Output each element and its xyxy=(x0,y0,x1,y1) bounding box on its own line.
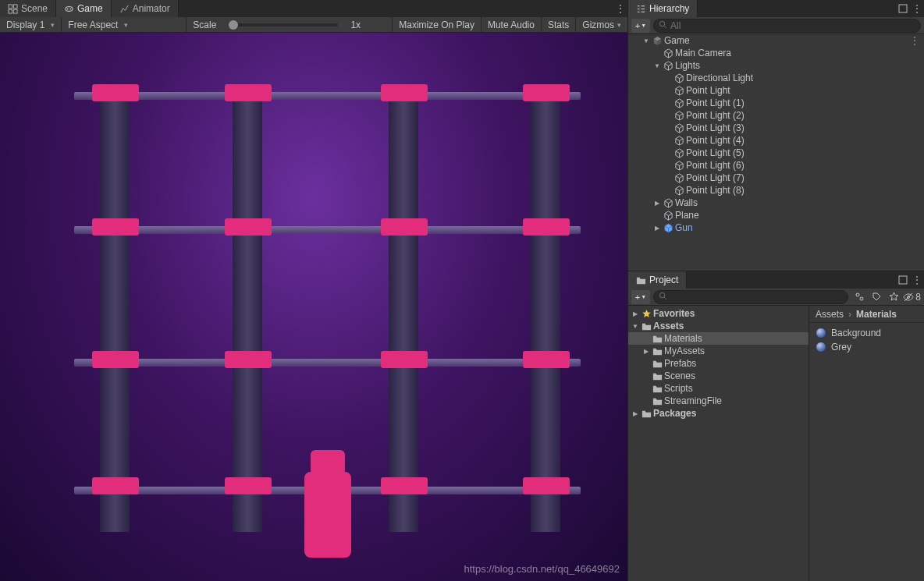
tree-row[interactable]: Point Light (4) xyxy=(628,134,924,147)
tree-row[interactable]: Game⋮ xyxy=(628,34,924,47)
tree-row[interactable]: Point Light (5) xyxy=(628,147,924,159)
hierarchy-tree[interactable]: Game⋮Main CameraLightsDirectional LightP… xyxy=(628,34,924,271)
project-tree-row[interactable]: Packages xyxy=(628,407,808,420)
project-tree-row[interactable]: Materials xyxy=(628,332,808,345)
mute-toggle[interactable]: Mute Audio xyxy=(481,17,541,32)
project-folder-tree[interactable]: FavoritesAssetsMaterialsMyAssetsPrefabsS… xyxy=(628,306,809,581)
chevron-right-icon: › xyxy=(848,309,851,320)
tree-row[interactable]: Point Light (1) xyxy=(628,97,924,109)
scale-slider[interactable] xyxy=(229,23,338,27)
tab-scene[interactable]: Scene xyxy=(0,0,56,17)
gameobject-icon xyxy=(663,197,673,208)
gameobject-icon xyxy=(673,135,684,146)
tree-row[interactable]: Point Light (2) xyxy=(628,109,924,122)
pane-maximize-icon[interactable] xyxy=(896,0,910,17)
tree-row[interactable]: Point Light (7) xyxy=(628,172,924,184)
tree-label: Game xyxy=(664,35,690,46)
aspect-dropdown[interactable]: Free Aspect xyxy=(62,17,187,32)
hierarchy-search-input[interactable] xyxy=(670,20,915,31)
tab-label: Animator xyxy=(133,3,170,14)
search-by-type-icon[interactable] xyxy=(851,290,867,304)
tree-label: Main Camera xyxy=(675,48,731,58)
favorites-star-icon xyxy=(641,308,652,319)
pane-menu-icon[interactable]: ⋮ xyxy=(910,271,924,289)
tree-label: Assets xyxy=(653,321,684,331)
game-viewport[interactable]: https://blog.csdn.net/qq_46649692 xyxy=(0,33,627,581)
project-tree-row[interactable]: Scenes xyxy=(628,370,808,382)
watermark-text: https://blog.csdn.net/qq_46649692 xyxy=(464,563,620,575)
search-icon xyxy=(659,292,667,303)
tree-label: StreamingFile xyxy=(664,395,722,406)
gameobject-icon xyxy=(673,185,684,196)
tree-row[interactable]: Point Light (8) xyxy=(628,184,924,197)
tree-row[interactable]: Main Camera xyxy=(628,47,924,59)
project-tree-row[interactable]: Favorites xyxy=(628,307,808,320)
maximize-toggle[interactable]: Maximize On Play xyxy=(392,17,481,32)
foldout-arrow[interactable] xyxy=(642,37,650,44)
tab-animator[interactable]: Animator xyxy=(112,0,179,17)
hierarchy-icon xyxy=(636,4,646,14)
svg-point-6 xyxy=(70,9,71,9)
foldout-arrow[interactable] xyxy=(653,62,661,69)
tree-label: Packages xyxy=(653,408,696,419)
project-search[interactable] xyxy=(653,290,848,304)
hidden-items-toggle[interactable]: 8 xyxy=(903,292,921,303)
tab-project[interactable]: Project xyxy=(628,271,687,289)
tree-row[interactable]: Lights xyxy=(628,59,924,72)
tree-row[interactable]: Point Light xyxy=(628,84,924,97)
project-tree-row[interactable]: MyAssets xyxy=(628,345,808,357)
folder-icon xyxy=(652,383,663,394)
project-tree-row[interactable]: Scripts xyxy=(628,382,808,395)
tree-row[interactable]: Point Light (3) xyxy=(628,122,924,134)
favorite-star-icon[interactable] xyxy=(886,290,901,304)
foldout-arrow[interactable] xyxy=(653,200,661,207)
row-menu-icon[interactable]: ⋮ xyxy=(908,35,921,46)
scale-thumb[interactable] xyxy=(229,20,238,30)
asset-list[interactable]: BackgroundGrey xyxy=(809,323,924,357)
search-by-label-icon[interactable] xyxy=(869,290,884,304)
project-tree-row[interactable]: Assets xyxy=(628,320,808,332)
project-tree-row[interactable]: StreamingFile xyxy=(628,395,808,407)
tree-row[interactable]: Gun xyxy=(628,221,924,234)
tab-hierarchy[interactable]: Hierarchy xyxy=(628,0,698,17)
svg-point-11 xyxy=(856,293,859,296)
prefab-icon xyxy=(663,222,673,233)
asset-label: Background xyxy=(831,328,881,338)
breadcrumb-item[interactable]: Materials xyxy=(856,309,897,320)
display-dropdown[interactable]: Display 1 xyxy=(0,17,62,32)
tree-row[interactable]: Directional Light xyxy=(628,72,924,84)
pane-menu-icon[interactable]: ⋮ xyxy=(910,0,924,17)
project-tree-row[interactable]: Prefabs xyxy=(628,357,808,370)
breadcrumb-item[interactable]: Assets xyxy=(816,309,844,320)
hierarchy-search[interactable] xyxy=(653,19,921,33)
game-toolbar: Display 1 Free Aspect Scale 1x Maximize … xyxy=(0,17,627,33)
asset-item[interactable]: Grey xyxy=(812,340,921,354)
foldout-arrow[interactable] xyxy=(642,348,650,355)
svg-rect-3 xyxy=(13,9,17,13)
tree-row[interactable]: Point Light (6) xyxy=(628,159,924,172)
material-icon xyxy=(816,342,826,352)
folder-icon xyxy=(652,345,663,356)
gizmos-dropdown[interactable]: Gizmos xyxy=(575,17,627,32)
pane-maximize-icon[interactable] xyxy=(896,271,910,289)
breadcrumb[interactable]: Assets › Materials xyxy=(809,306,924,323)
foldout-arrow[interactable] xyxy=(631,310,639,317)
foldout-arrow[interactable] xyxy=(631,410,639,417)
folder-icon xyxy=(641,321,652,331)
tab-label: Game xyxy=(77,3,103,14)
project-create-dropdown[interactable]: +▼ xyxy=(631,290,650,304)
tree-label: MyAssets xyxy=(664,345,705,356)
tree-row[interactable]: Walls xyxy=(628,197,924,209)
hierarchy-tab-strip: Hierarchy ⋮ xyxy=(628,0,924,17)
tab-game[interactable]: Game xyxy=(56,0,112,17)
svg-rect-9 xyxy=(899,276,907,284)
foldout-arrow[interactable] xyxy=(653,225,661,232)
create-dropdown[interactable]: +▼ xyxy=(631,19,650,33)
foldout-arrow[interactable] xyxy=(631,323,639,330)
stats-toggle[interactable]: Stats xyxy=(541,17,575,32)
tree-label: Point Light (6) xyxy=(686,160,745,171)
asset-item[interactable]: Background xyxy=(812,326,921,340)
pane-menu-icon[interactable]: ⋮ xyxy=(613,0,627,17)
tree-row[interactable]: Plane xyxy=(628,209,924,221)
project-search-input[interactable] xyxy=(670,292,843,303)
